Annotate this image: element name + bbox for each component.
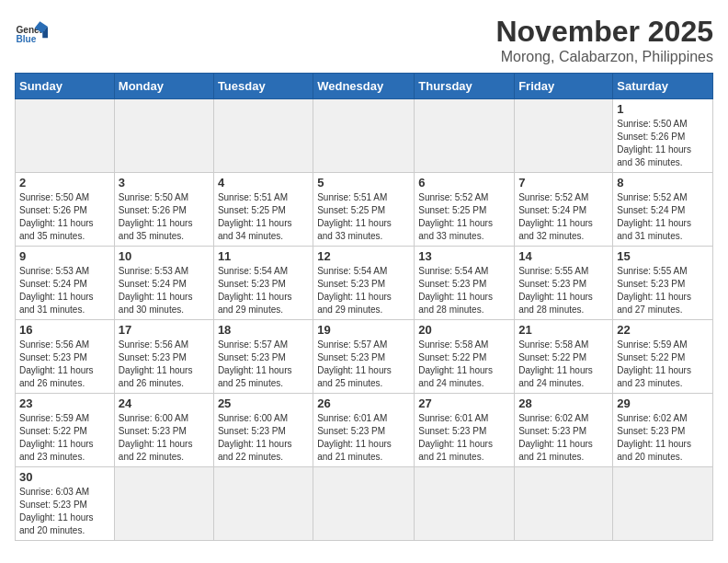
- calendar-cell: 21Sunrise: 5:58 AM Sunset: 5:22 PM Dayli…: [515, 320, 613, 394]
- calendar-cell: [515, 99, 613, 173]
- calendar-cell: 28Sunrise: 6:02 AM Sunset: 5:23 PM Dayli…: [515, 394, 613, 467]
- column-header-tuesday: Tuesday: [213, 74, 313, 99]
- calendar-cell: 10Sunrise: 5:53 AM Sunset: 5:24 PM Dayli…: [114, 247, 213, 320]
- calendar-week-row: 2Sunrise: 5:50 AM Sunset: 5:26 PM Daylig…: [16, 173, 713, 247]
- column-header-wednesday: Wednesday: [313, 74, 415, 99]
- day-number: 27: [418, 396, 510, 410]
- calendar-cell: 23Sunrise: 5:59 AM Sunset: 5:22 PM Dayli…: [16, 394, 115, 467]
- day-info: Sunrise: 6:01 AM Sunset: 5:23 PM Dayligh…: [317, 412, 410, 464]
- day-number: 25: [218, 396, 309, 410]
- svg-text:Blue: Blue: [16, 34, 36, 44]
- calendar-table: SundayMondayTuesdayWednesdayThursdayFrid…: [15, 73, 713, 541]
- calendar-cell: [613, 467, 713, 541]
- calendar-week-row: 30Sunrise: 6:03 AM Sunset: 5:23 PM Dayli…: [16, 467, 713, 541]
- day-number: 18: [218, 323, 309, 337]
- calendar-cell: 24Sunrise: 6:00 AM Sunset: 5:23 PM Dayli…: [114, 394, 213, 467]
- day-number: 16: [19, 323, 110, 337]
- day-number: 22: [617, 323, 709, 337]
- day-info: Sunrise: 5:52 AM Sunset: 5:24 PM Dayligh…: [518, 191, 609, 243]
- calendar-cell: 8Sunrise: 5:52 AM Sunset: 5:24 PM Daylig…: [613, 173, 713, 247]
- day-info: Sunrise: 5:54 AM Sunset: 5:23 PM Dayligh…: [218, 265, 309, 316]
- day-number: 14: [518, 249, 609, 263]
- day-number: 29: [617, 396, 709, 410]
- calendar-week-row: 23Sunrise: 5:59 AM Sunset: 5:22 PM Dayli…: [16, 394, 713, 467]
- day-number: 8: [617, 176, 709, 190]
- day-info: Sunrise: 5:51 AM Sunset: 5:25 PM Dayligh…: [218, 191, 309, 243]
- day-number: 1: [617, 102, 709, 116]
- column-header-sunday: Sunday: [16, 74, 115, 99]
- calendar-cell: 30Sunrise: 6:03 AM Sunset: 5:23 PM Dayli…: [16, 467, 115, 541]
- calendar-cell: 7Sunrise: 5:52 AM Sunset: 5:24 PM Daylig…: [515, 173, 613, 247]
- day-number: 7: [518, 176, 609, 190]
- column-header-friday: Friday: [515, 74, 613, 99]
- day-info: Sunrise: 5:58 AM Sunset: 5:22 PM Dayligh…: [418, 339, 510, 390]
- calendar-cell: 9Sunrise: 5:53 AM Sunset: 5:24 PM Daylig…: [16, 247, 115, 320]
- calendar-cell: [213, 99, 313, 173]
- calendar-header-row: SundayMondayTuesdayWednesdayThursdayFrid…: [16, 74, 713, 99]
- calendar-week-row: 16Sunrise: 5:56 AM Sunset: 5:23 PM Dayli…: [16, 320, 713, 394]
- day-info: Sunrise: 5:52 AM Sunset: 5:25 PM Dayligh…: [418, 191, 510, 243]
- logo-icon: General Blue: [15, 15, 48, 48]
- calendar-cell: [415, 467, 515, 541]
- calendar-cell: 29Sunrise: 6:02 AM Sunset: 5:23 PM Dayli…: [613, 394, 713, 467]
- day-info: Sunrise: 6:01 AM Sunset: 5:23 PM Dayligh…: [418, 412, 510, 464]
- day-info: Sunrise: 5:53 AM Sunset: 5:24 PM Dayligh…: [19, 265, 110, 316]
- day-number: 6: [418, 176, 510, 190]
- day-info: Sunrise: 5:53 AM Sunset: 5:24 PM Dayligh…: [119, 265, 210, 316]
- day-number: 12: [317, 249, 410, 263]
- calendar-cell: 13Sunrise: 5:54 AM Sunset: 5:23 PM Dayli…: [415, 247, 515, 320]
- calendar-cell: [114, 99, 213, 173]
- calendar-cell: 27Sunrise: 6:01 AM Sunset: 5:23 PM Dayli…: [415, 394, 515, 467]
- day-number: 9: [19, 249, 110, 263]
- day-info: Sunrise: 5:54 AM Sunset: 5:23 PM Dayligh…: [317, 265, 410, 316]
- day-info: Sunrise: 5:51 AM Sunset: 5:25 PM Dayligh…: [317, 191, 410, 243]
- day-info: Sunrise: 5:50 AM Sunset: 5:26 PM Dayligh…: [19, 191, 110, 243]
- title-section: November 2025 Morong, Calabarzon, Philip…: [495, 15, 713, 65]
- calendar-cell: 26Sunrise: 6:01 AM Sunset: 5:23 PM Dayli…: [313, 394, 415, 467]
- calendar-cell: 1Sunrise: 5:50 AM Sunset: 5:26 PM Daylig…: [613, 99, 713, 173]
- logo: General Blue: [15, 15, 48, 48]
- day-number: 26: [317, 396, 410, 410]
- day-info: Sunrise: 5:50 AM Sunset: 5:26 PM Dayligh…: [119, 191, 210, 243]
- day-number: 13: [418, 249, 510, 263]
- day-number: 24: [119, 396, 210, 410]
- calendar-cell: 18Sunrise: 5:57 AM Sunset: 5:23 PM Dayli…: [213, 320, 313, 394]
- day-number: 15: [617, 249, 709, 263]
- page-header: General Blue November 2025 Morong, Calab…: [15, 15, 713, 65]
- calendar-cell: 16Sunrise: 5:56 AM Sunset: 5:23 PM Dayli…: [16, 320, 115, 394]
- day-info: Sunrise: 6:00 AM Sunset: 5:23 PM Dayligh…: [218, 412, 309, 464]
- day-info: Sunrise: 5:52 AM Sunset: 5:24 PM Dayligh…: [617, 191, 709, 243]
- day-number: 17: [119, 323, 210, 337]
- day-info: Sunrise: 5:58 AM Sunset: 5:22 PM Dayligh…: [518, 339, 609, 390]
- calendar-cell: 15Sunrise: 5:55 AM Sunset: 5:23 PM Dayli…: [613, 247, 713, 320]
- day-number: 21: [518, 323, 609, 337]
- day-info: Sunrise: 6:03 AM Sunset: 5:23 PM Dayligh…: [19, 486, 110, 537]
- location-subtitle: Morong, Calabarzon, Philippines: [495, 49, 713, 65]
- day-number: 28: [518, 396, 609, 410]
- day-info: Sunrise: 5:59 AM Sunset: 5:22 PM Dayligh…: [617, 339, 709, 390]
- day-info: Sunrise: 5:55 AM Sunset: 5:23 PM Dayligh…: [617, 265, 709, 316]
- calendar-cell: 6Sunrise: 5:52 AM Sunset: 5:25 PM Daylig…: [415, 173, 515, 247]
- calendar-cell: [313, 467, 415, 541]
- day-number: 3: [119, 176, 210, 190]
- calendar-cell: 20Sunrise: 5:58 AM Sunset: 5:22 PM Dayli…: [415, 320, 515, 394]
- column-header-thursday: Thursday: [415, 74, 515, 99]
- day-info: Sunrise: 5:57 AM Sunset: 5:23 PM Dayligh…: [218, 339, 309, 390]
- calendar-week-row: 9Sunrise: 5:53 AM Sunset: 5:24 PM Daylig…: [16, 247, 713, 320]
- day-info: Sunrise: 5:50 AM Sunset: 5:26 PM Dayligh…: [617, 118, 709, 169]
- day-info: Sunrise: 5:57 AM Sunset: 5:23 PM Dayligh…: [317, 339, 410, 390]
- day-number: 10: [119, 249, 210, 263]
- day-info: Sunrise: 6:00 AM Sunset: 5:23 PM Dayligh…: [119, 412, 210, 464]
- calendar-cell: 22Sunrise: 5:59 AM Sunset: 5:22 PM Dayli…: [613, 320, 713, 394]
- day-number: 23: [19, 396, 110, 410]
- day-info: Sunrise: 5:54 AM Sunset: 5:23 PM Dayligh…: [418, 265, 510, 316]
- day-number: 20: [418, 323, 510, 337]
- calendar-cell: [16, 99, 115, 173]
- calendar-cell: 4Sunrise: 5:51 AM Sunset: 5:25 PM Daylig…: [213, 173, 313, 247]
- column-header-monday: Monday: [114, 74, 213, 99]
- calendar-cell: [114, 467, 213, 541]
- calendar-cell: 2Sunrise: 5:50 AM Sunset: 5:26 PM Daylig…: [16, 173, 115, 247]
- calendar-cell: 3Sunrise: 5:50 AM Sunset: 5:26 PM Daylig…: [114, 173, 213, 247]
- day-number: 19: [317, 323, 410, 337]
- calendar-cell: 14Sunrise: 5:55 AM Sunset: 5:23 PM Dayli…: [515, 247, 613, 320]
